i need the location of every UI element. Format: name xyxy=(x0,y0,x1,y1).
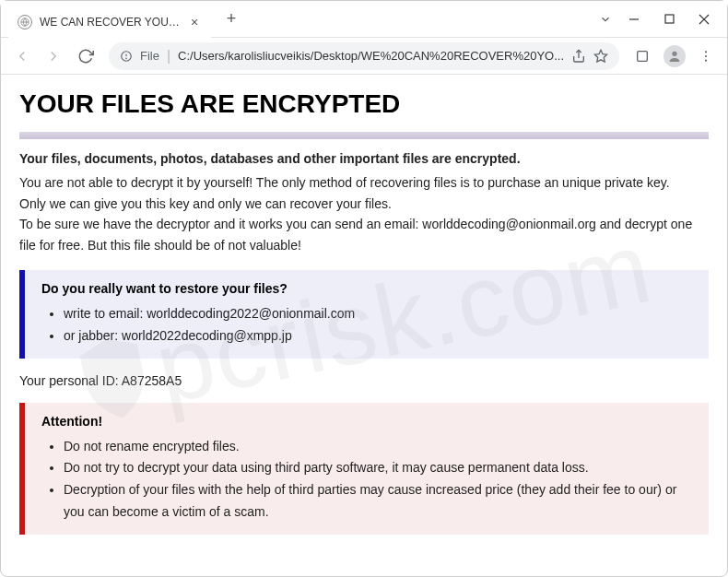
attention-callout: Attention! Do not rename encrypted files… xyxy=(19,403,709,535)
list-item: Decryption of your files with the help o… xyxy=(64,479,692,524)
intro-line: You are not able to decrypt it by yourse… xyxy=(19,172,709,193)
svg-point-14 xyxy=(705,59,707,61)
profile-avatar[interactable] xyxy=(660,41,687,71)
svg-rect-10 xyxy=(638,51,648,61)
list-item: write to email: worlddecoding2022@onionm… xyxy=(64,303,692,325)
page-content: pcrisk.com YOUR FILES ARE ENCRYPTED Your… xyxy=(1,75,727,576)
svg-point-7 xyxy=(126,58,127,59)
close-tab-icon[interactable]: × xyxy=(187,15,202,29)
window-controls xyxy=(618,6,727,32)
close-window-button[interactable] xyxy=(688,6,720,32)
minimize-button[interactable] xyxy=(618,6,650,32)
intro-bold: Your files, documents, photos, databases… xyxy=(19,148,709,169)
restore-title: Do you really want to restore your files… xyxy=(41,281,692,296)
svg-marker-9 xyxy=(594,50,606,62)
address-bar[interactable]: File | C:/Users/karolisliucveikis/Deskto… xyxy=(109,42,619,70)
new-tab-button[interactable]: + xyxy=(218,6,244,32)
personal-id-value: A87258A5 xyxy=(122,373,182,388)
url-separator: | xyxy=(167,48,170,65)
url-text: C:/Users/karolisliucveikis/Desktop/WE%20… xyxy=(178,49,564,63)
extensions-icon[interactable] xyxy=(628,41,656,71)
bookmark-star-icon[interactable] xyxy=(593,49,608,64)
maximize-button[interactable] xyxy=(653,6,685,32)
intro-line: To be sure we have the decryptor and it … xyxy=(19,214,709,255)
tab-title: WE CAN RECOVER YOUR DATA.M xyxy=(40,16,182,29)
menu-dots-icon[interactable] xyxy=(692,41,720,71)
intro-line: Only we can give you this key and only w… xyxy=(19,194,709,214)
file-icon xyxy=(120,50,133,63)
restore-callout: Do you really want to restore your files… xyxy=(19,270,709,359)
share-icon[interactable] xyxy=(571,49,586,64)
browser-window: WE CAN RECOVER YOUR DATA.M × + xyxy=(0,0,728,577)
forward-button[interactable] xyxy=(40,41,67,71)
list-item: Do not try to decrypt your data using th… xyxy=(64,457,692,479)
personal-id: Your personal ID: A87258A5 xyxy=(19,373,709,388)
titlebar: WE CAN RECOVER YOUR DATA.M × + xyxy=(1,1,727,38)
svg-rect-2 xyxy=(665,15,674,23)
divider xyxy=(19,132,709,139)
list-item: Do not rename encrypted files. xyxy=(64,436,692,458)
svg-point-13 xyxy=(705,54,707,56)
back-button[interactable] xyxy=(8,41,36,71)
personal-id-label: Your personal ID: xyxy=(19,373,122,388)
tab-search-icon[interactable] xyxy=(593,6,618,32)
url-scheme: File xyxy=(140,49,159,63)
reload-button[interactable] xyxy=(72,41,100,71)
svg-point-12 xyxy=(705,51,707,53)
svg-point-11 xyxy=(672,51,676,55)
globe-icon xyxy=(18,15,32,29)
intro-text: Your files, documents, photos, databases… xyxy=(19,148,709,255)
page-title: YOUR FILES ARE ENCRYPTED xyxy=(19,89,709,119)
toolbar: File | C:/Users/karolisliucveikis/Deskto… xyxy=(1,38,727,75)
attention-title: Attention! xyxy=(41,414,692,429)
browser-tab[interactable]: WE CAN RECOVER YOUR DATA.M × xyxy=(8,6,211,38)
list-item: or jabber: world2022decoding@xmpp.jp xyxy=(64,325,692,347)
